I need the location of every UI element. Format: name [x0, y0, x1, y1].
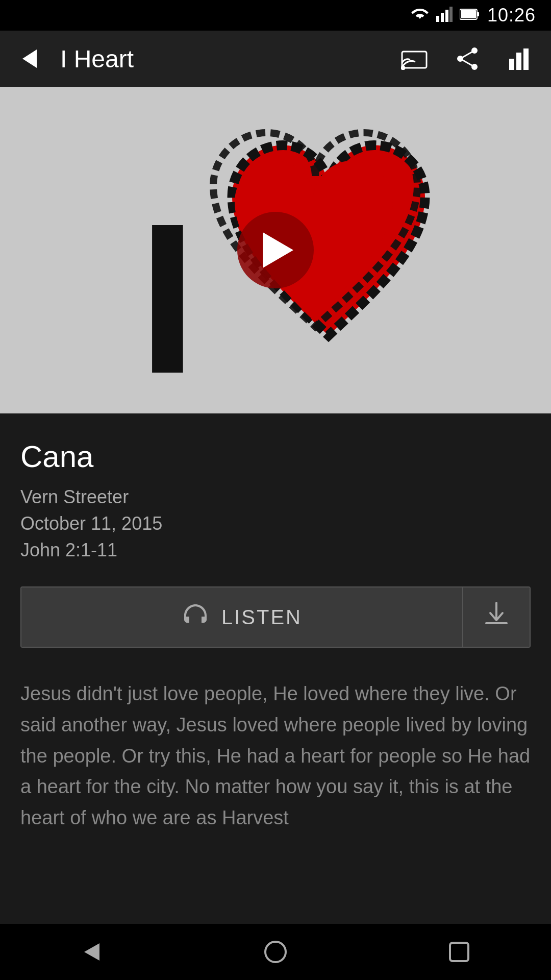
sermon-author: Vern Streeter	[20, 486, 531, 508]
svg-text:I: I	[138, 179, 197, 413]
svg-rect-5	[477, 12, 479, 16]
svg-point-8	[402, 66, 405, 69]
svg-marker-20	[84, 943, 99, 961]
svg-rect-15	[516, 53, 521, 70]
nav-back-button[interactable]	[61, 932, 122, 972]
sermon-meta: Vern Streeter October 11, 2015 John 2:1-…	[20, 486, 531, 561]
svg-rect-16	[523, 48, 529, 70]
listen-button[interactable]: LISTEN	[21, 587, 463, 647]
content-area: Cana Vern Streeter October 11, 2015 John…	[0, 413, 551, 854]
svg-rect-6	[461, 10, 476, 18]
svg-rect-3	[449, 7, 453, 22]
headphone-icon	[182, 602, 209, 632]
stats-button[interactable]	[504, 42, 537, 75]
sermon-reference: John 2:1-11	[20, 540, 531, 561]
svg-rect-1	[441, 13, 444, 22]
play-button[interactable]	[237, 212, 314, 288]
bottom-nav	[0, 924, 551, 980]
status-bar: 10:26	[0, 0, 551, 31]
signal-icon	[436, 7, 453, 24]
svg-line-13	[460, 59, 474, 67]
sermon-description: Jesus didn't just love people, He loved …	[20, 678, 531, 834]
listen-bar: LISTEN	[20, 586, 531, 648]
back-arrow-icon	[22, 50, 37, 68]
share-button[interactable]	[451, 42, 484, 75]
page-title: I Heart	[60, 45, 383, 73]
battery-icon	[460, 8, 480, 23]
nav-home-button[interactable]	[245, 932, 306, 972]
svg-point-21	[265, 942, 286, 962]
app-bar-actions	[398, 42, 537, 75]
svg-rect-22	[450, 943, 468, 961]
cast-button[interactable]	[398, 42, 431, 75]
back-button[interactable]	[14, 43, 45, 74]
play-icon	[263, 232, 293, 268]
wifi-icon	[411, 7, 429, 24]
status-time: 10:26	[487, 5, 536, 26]
nav-recent-button[interactable]	[429, 932, 490, 972]
listen-label: LISTEN	[221, 606, 302, 629]
media-container: I	[0, 87, 551, 413]
app-bar: I Heart	[0, 31, 551, 87]
download-icon	[483, 601, 510, 633]
status-icons: 10:26	[411, 5, 536, 26]
svg-rect-14	[509, 59, 514, 70]
svg-rect-0	[436, 16, 439, 22]
download-button[interactable]	[463, 587, 530, 647]
sermon-date: October 11, 2015	[20, 513, 531, 534]
svg-line-12	[460, 51, 474, 59]
sermon-title: Cana	[20, 439, 531, 474]
svg-rect-2	[445, 10, 448, 22]
